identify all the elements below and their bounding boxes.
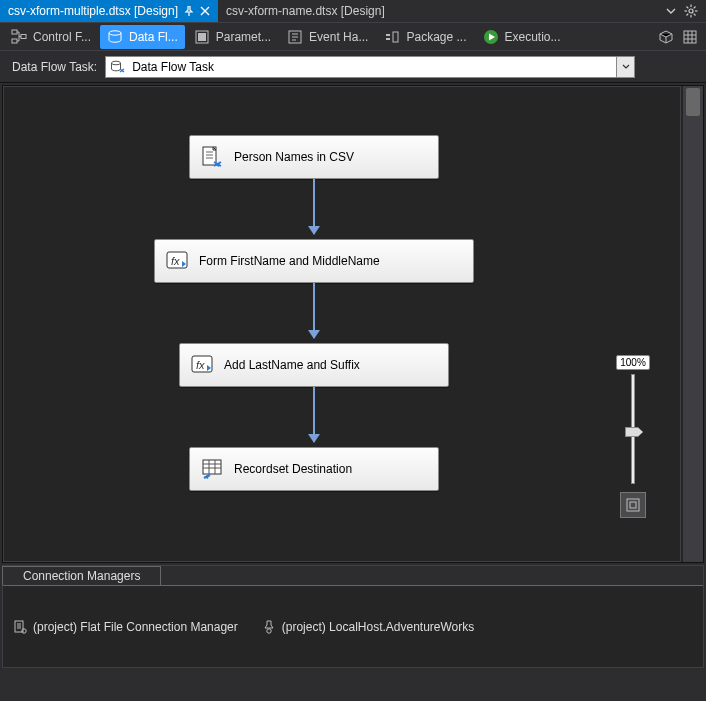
svg-rect-20 (684, 31, 696, 43)
svg-rect-10 (12, 39, 17, 43)
tab-label: Event Ha... (309, 30, 368, 44)
tab-execution-results[interactable]: Executio... (476, 25, 568, 49)
svg-rect-29 (630, 502, 636, 508)
parameters-icon (194, 29, 210, 45)
zoom-handle[interactable] (625, 427, 643, 437)
doc-tab-overflow (658, 0, 706, 22)
node-derived-2[interactable]: fx Add LastName and Suffix (179, 343, 449, 387)
svg-point-21 (112, 61, 121, 65)
node-source[interactable]: Person Names in CSV (189, 135, 439, 179)
doc-tab-active[interactable]: csv-xform-multiple.dtsx [Design] (0, 0, 218, 22)
tab-label: Paramet... (216, 30, 271, 44)
node-label: Recordset Destination (234, 462, 352, 476)
dft-label: Data Flow Task: (12, 60, 97, 74)
connection-managers-panel: Connection Managers (project) Flat File … (2, 565, 704, 668)
tab-overflow-icon[interactable] (666, 6, 676, 16)
tab-package-explorer[interactable]: Package ... (377, 25, 473, 49)
svg-text:fx: fx (171, 255, 180, 267)
scrollbar-thumb[interactable] (686, 88, 700, 116)
svg-rect-9 (12, 30, 17, 34)
svg-line-8 (687, 14, 689, 16)
cm-item-label: (project) LocalHost.AdventureWorks (282, 620, 475, 634)
svg-rect-16 (386, 34, 390, 36)
pin-icon[interactable] (184, 6, 194, 16)
dft-value: Data Flow Task (132, 60, 214, 74)
flat-file-connection-icon (13, 620, 27, 634)
close-icon[interactable] (200, 6, 210, 16)
vertical-scrollbar[interactable] (683, 86, 703, 562)
svg-point-12 (109, 30, 121, 34)
data-flow-task-icon (110, 59, 126, 75)
flat-file-source-icon (200, 145, 224, 169)
data-flow-icon (107, 29, 123, 45)
svg-line-5 (687, 7, 689, 9)
recordset-destination-icon (200, 457, 224, 481)
svg-rect-28 (627, 499, 639, 511)
designer-tab-bar: Control F... Data Fl... Paramet... Event… (0, 23, 706, 51)
cm-item-label: (project) Flat File Connection Manager (33, 620, 238, 634)
svg-rect-27 (203, 460, 221, 474)
svg-text:fx: fx (196, 359, 205, 371)
control-flow-icon (11, 29, 27, 45)
tab-label: Package ... (406, 30, 466, 44)
tab-label: Control F... (33, 30, 91, 44)
doc-tab-label: csv-xform-multiple.dtsx [Design] (8, 4, 178, 18)
data-flow-task-row: Data Flow Task: Data Flow Task (0, 51, 706, 83)
svg-point-32 (267, 628, 271, 632)
designer-tabs-right (658, 29, 702, 45)
cm-title: Connection Managers (23, 569, 140, 583)
dft-select[interactable]: Data Flow Task (105, 56, 635, 78)
event-handlers-icon (287, 29, 303, 45)
play-icon (483, 29, 499, 45)
designer-area: Person Names in CSV fx Form FirstName an… (2, 85, 704, 563)
canvas-viewport: Person Names in CSV fx Form FirstName an… (3, 86, 681, 562)
svg-line-6 (694, 14, 696, 16)
node-derived-1[interactable]: fx Form FirstName and MiddleName (154, 239, 474, 283)
tab-parameters[interactable]: Paramet... (187, 25, 278, 49)
zoom-fit-button[interactable] (620, 492, 646, 518)
cm-item-flatfile[interactable]: (project) Flat File Connection Manager (13, 594, 238, 659)
tab-control-flow[interactable]: Control F... (4, 25, 98, 49)
node-label: Form FirstName and MiddleName (199, 254, 380, 268)
cm-item-localhost[interactable]: (project) LocalHost.AdventureWorks (262, 594, 475, 659)
node-label: Add LastName and Suffix (224, 358, 360, 372)
zoom-control: 100% (616, 355, 650, 518)
design-canvas[interactable]: Person Names in CSV fx Form FirstName an… (3, 86, 681, 562)
connection-managers-tab[interactable]: Connection Managers (2, 566, 161, 585)
tab-data-flow[interactable]: Data Fl... (100, 25, 185, 49)
svg-point-0 (689, 9, 693, 13)
doc-tab-inactive[interactable]: csv-xform-name.dtsx [Design] (218, 0, 393, 22)
doc-tab-label: csv-xform-name.dtsx [Design] (226, 4, 385, 18)
tab-label: Data Fl... (129, 30, 178, 44)
svg-rect-14 (198, 33, 206, 41)
package-icon[interactable] (658, 29, 674, 45)
gear-icon[interactable] (684, 4, 698, 18)
package-explorer-icon (384, 29, 400, 45)
connection-managers-body: (project) Flat File Connection Manager (… (3, 585, 703, 667)
db-connection-icon (262, 620, 276, 634)
node-destination[interactable]: Recordset Destination (189, 447, 439, 491)
svg-rect-18 (393, 32, 398, 42)
svg-point-31 (22, 628, 26, 632)
node-label: Person Names in CSV (234, 150, 354, 164)
svg-rect-11 (21, 34, 26, 38)
svg-rect-17 (386, 38, 390, 40)
tab-event-handlers[interactable]: Event Ha... (280, 25, 375, 49)
flow-arrow[interactable] (313, 283, 315, 338)
grid-icon[interactable] (682, 29, 698, 45)
flow-arrow[interactable] (313, 179, 315, 234)
flow-arrow[interactable] (313, 387, 315, 442)
document-tab-bar: csv-xform-multiple.dtsx [Design] csv-xfo… (0, 0, 706, 23)
svg-line-7 (694, 7, 696, 9)
derived-column-icon: fx (165, 249, 189, 273)
zoom-slider[interactable] (631, 374, 635, 484)
derived-column-icon: fx (190, 353, 214, 377)
tab-label: Executio... (505, 30, 561, 44)
dropdown-button[interactable] (616, 57, 634, 77)
zoom-label: 100% (616, 355, 650, 370)
